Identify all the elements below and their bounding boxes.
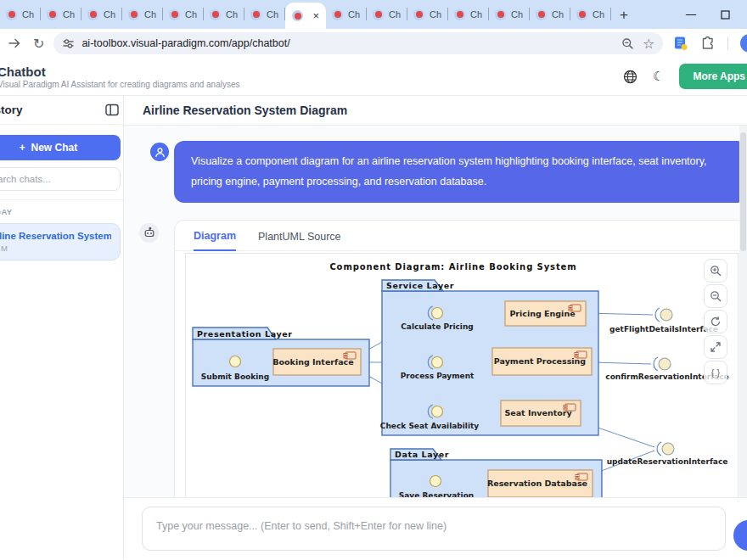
message-input-bar — [124, 497, 747, 559]
new-tab-button[interactable]: + — [620, 7, 628, 24]
fit-screen-button[interactable] — [704, 335, 727, 359]
send-button[interactable] — [733, 520, 747, 551]
search-chats-input[interactable] — [0, 167, 121, 191]
extension-badge-icon[interactable] — [673, 36, 688, 51]
url-text[interactable]: ai-toolbox.visual-paradigm.com/app/chatb… — [81, 37, 613, 49]
site-settings-icon[interactable] — [62, 37, 75, 50]
diagram-result-card: Diagram PlantUML Source Component Diagra… — [174, 220, 747, 497]
tab-strip-tabs: ChChChChChChCh×ChChChChChChCh — [0, 0, 611, 29]
browser-toolbar: ↻ ai-toolbox.visual-paradigm.com/app/cha… — [0, 29, 747, 58]
tab-label: Ch — [511, 9, 523, 20]
sidebar-title: History — [0, 104, 23, 116]
toolbar-divider — [727, 36, 728, 50]
scrollbar-thumb[interactable] — [740, 132, 746, 251]
page-title-bar: Airline Reservation System Diagram — [124, 96, 747, 126]
browser-tab[interactable]: Ch — [41, 0, 81, 29]
tab-label: Ch — [470, 9, 482, 20]
browser-tab[interactable]: Ch — [407, 0, 448, 29]
app-header: Chatbot Visual Paradigm AI Assistant for… — [0, 58, 747, 96]
diagram-canvas[interactable]: Component Diagram: Airline Booking Syste… — [185, 253, 739, 497]
history-sidebar: History + New Chat TODAY Airline Reserva… — [0, 96, 124, 559]
tab-label: Ch — [552, 9, 564, 20]
chat-main: Airline Reservation System Diagram Visua… — [124, 96, 747, 559]
app-subtitle: Visual Paradigm AI Assistant for creatin… — [0, 80, 240, 89]
component-seat-inventory: Seat Inventory — [501, 400, 581, 426]
zoom-out-icon — [710, 290, 722, 302]
chat-scrollbar[interactable] — [739, 126, 747, 497]
visual-paradigm-favicon — [250, 9, 261, 20]
browser-tab[interactable]: Ch — [489, 0, 530, 29]
user-avatar — [150, 143, 169, 161]
browser-tab[interactable]: Ch — [204, 0, 244, 29]
dark-mode-toggle[interactable]: ☾ — [653, 69, 664, 84]
maximize-button[interactable] — [708, 10, 742, 20]
profile-avatar[interactable]: A — [740, 34, 747, 53]
chat-history-item[interactable]: Airline Reservation System Dia... M — [0, 223, 121, 260]
browser-tab[interactable]: Ch — [244, 0, 285, 29]
robot-icon — [143, 227, 155, 238]
forward-button[interactable] — [8, 36, 21, 50]
tab-diagram[interactable]: Diagram — [194, 230, 236, 251]
collapse-sidebar-button[interactable] — [105, 104, 119, 116]
component-label: Seat Inventory — [504, 408, 572, 417]
visual-paradigm-favicon — [373, 9, 384, 20]
reload-button[interactable]: ↻ — [33, 36, 44, 52]
visual-paradigm-favicon — [169, 9, 180, 20]
history-section-label: TODAY — [0, 200, 124, 220]
visual-paradigm-favicon — [454, 9, 465, 20]
tab-label: Ch — [430, 9, 441, 20]
tab-plantuml-source[interactable]: PlantUML Source — [258, 231, 341, 250]
browser-tab[interactable]: Ch — [163, 0, 204, 29]
sidebar-inner: History + New Chat TODAY Airline Reserva… — [0, 96, 124, 260]
component-label: Pricing Engine — [509, 309, 575, 318]
language-globe-icon[interactable] — [623, 70, 637, 84]
zoom-out-button[interactable] — [704, 284, 727, 308]
window-controls: — — [674, 0, 747, 29]
reset-view-button[interactable] — [704, 310, 727, 333]
port-label: Save Reservation — [399, 491, 475, 497]
bookmark-star-icon[interactable]: ☆ — [643, 36, 654, 52]
browser-tab[interactable]: Ch — [0, 0, 41, 29]
tab-label: Ch — [63, 9, 75, 20]
component-label: Booking Interface — [272, 357, 353, 367]
browser-tab[interactable]: Ch — [530, 0, 570, 29]
browser-tab[interactable]: Ch — [81, 0, 122, 29]
extensions-puzzle-icon[interactable] — [700, 36, 716, 51]
sidebar-header: History — [0, 96, 124, 125]
tab-label: Ch — [593, 9, 604, 20]
browser-tab[interactable]: Ch — [122, 0, 163, 29]
interface-label: getFlightDetailsInterface — [609, 325, 718, 333]
browser-tab[interactable]: Ch — [448, 0, 489, 29]
source-code-button[interactable]: { } — [704, 361, 727, 384]
page-title: Airline Reservation System Diagram — [143, 104, 347, 117]
tab-close-icon[interactable]: × — [312, 10, 319, 21]
tab-divider — [610, 8, 611, 20]
browser-tab[interactable]: Ch — [570, 0, 611, 29]
browser-tab[interactable]: Ch — [326, 0, 367, 29]
plus-icon: + — [20, 142, 25, 154]
component-label: Reservation Database — [487, 479, 587, 488]
port-label: Calculate Pricing — [401, 322, 474, 331]
zoom-in-icon — [710, 265, 722, 277]
address-bar[interactable]: ai-toolbox.visual-paradigm.com/app/chatb… — [53, 32, 663, 54]
tab-label: Ch — [22, 9, 34, 20]
tab-label: Ch — [185, 9, 197, 20]
more-apps-button[interactable]: More Apps — [679, 64, 747, 89]
globe-icon — [623, 70, 637, 84]
minimize-button[interactable]: — — [674, 8, 708, 20]
browser-tab[interactable]: Ch — [367, 0, 407, 29]
assistant-message-row: Diagram PlantUML Source Component Diagra… — [124, 203, 747, 497]
package-name-service-layer: Service Layer — [386, 281, 454, 290]
expand-icon — [710, 341, 722, 353]
tab-label: Ch — [267, 9, 278, 20]
zoom-indicator-icon[interactable] — [621, 37, 634, 50]
zoom-in-button[interactable] — [704, 259, 727, 283]
person-icon — [154, 147, 166, 158]
component-label: Payment Processing — [494, 356, 586, 366]
message-input[interactable] — [142, 507, 726, 551]
visual-paradigm-favicon — [128, 9, 139, 20]
new-chat-button[interactable]: + New Chat — [0, 135, 121, 160]
forward-arrow-icon — [8, 36, 21, 50]
browser-tab-active[interactable]: × — [285, 3, 326, 29]
visual-paradigm-favicon — [6, 9, 17, 20]
